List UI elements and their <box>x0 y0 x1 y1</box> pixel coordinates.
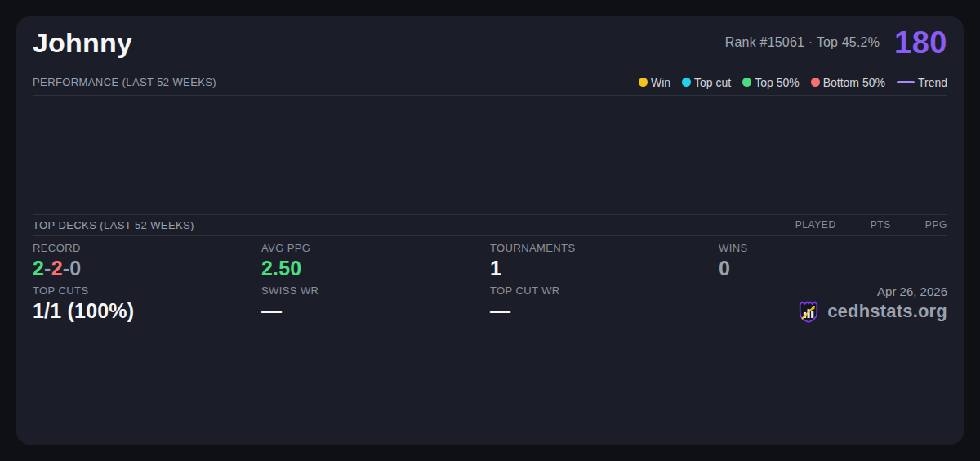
stat-record-value: 2-2-0 <box>33 257 261 280</box>
stat-tournaments-value: 1 <box>490 257 719 280</box>
record-losses: 2 <box>51 257 63 280</box>
stat-top-cuts-value: 1/1 (100%) <box>33 299 261 323</box>
stats-grid: RECORD 2-2-0 AVG PPG 2.50 TOURNAMENTS 1 … <box>33 236 947 445</box>
legend-item-trend: Trend <box>897 76 947 89</box>
top-decks-header: TOP DECKS (LAST 52 WEEKS) PLAYED PTS PPG <box>33 214 947 236</box>
performance-chart-area <box>33 96 947 214</box>
player-name: Johnny <box>33 27 132 59</box>
legend-label: Top 50% <box>755 76 799 89</box>
column-pts: PTS <box>871 219 891 230</box>
column-ppg: PPG <box>925 219 947 230</box>
stat-swiss-wr: SWISS WR — <box>261 279 490 327</box>
performance-title: PERFORMANCE (LAST 52 WEEKS) <box>33 76 216 88</box>
header-right: Rank #15061 · Top 45.2% 180 <box>725 25 947 60</box>
stat-avg-ppg-value: 2.50 <box>261 257 490 280</box>
card-header: Johnny Rank #15061 · Top 45.2% 180 <box>33 16 947 69</box>
bottom-50-dot-icon <box>811 78 820 87</box>
stat-record-label: RECORD <box>33 242 261 254</box>
rank-summary: Rank #15061 · Top 45.2% <box>725 35 880 50</box>
legend-item-top-cut: Top cut <box>682 76 731 89</box>
trend-line-icon <box>897 81 915 83</box>
performance-section-header: PERFORMANCE (LAST 52 WEEKS) Win Top cut … <box>33 69 947 96</box>
site-name: cedhstats.org <box>827 301 947 322</box>
top-decks-title: TOP DECKS (LAST 52 WEEKS) <box>33 219 194 231</box>
column-played: PLAYED <box>795 219 836 230</box>
top-decks-columns: PLAYED PTS PPG <box>795 219 947 230</box>
stat-swiss-wr-value: — <box>261 299 490 323</box>
stat-tournaments-label: TOURNAMENTS <box>490 242 719 254</box>
footer-date: Apr 26, 2026 <box>877 284 947 298</box>
player-stats-card: Johnny Rank #15061 · Top 45.2% 180 PERFO… <box>16 16 964 445</box>
stat-record: RECORD 2-2-0 <box>33 236 261 279</box>
chart-legend: Win Top cut Top 50% Bottom 50% Trend <box>639 76 947 89</box>
legend-label: Bottom 50% <box>823 76 885 89</box>
legend-item-bottom-50: Bottom 50% <box>811 76 885 89</box>
record-sep: - <box>44 257 51 280</box>
top-50-dot-icon <box>742 78 751 87</box>
record-draws: 0 <box>69 257 81 280</box>
stat-wins-label: WINS <box>719 242 947 254</box>
player-rating: 180 <box>894 25 947 60</box>
legend-item-top-50: Top 50% <box>742 76 799 89</box>
stat-top-cut-wr-label: TOP CUT WR <box>490 284 719 297</box>
stat-top-cuts: TOP CUTS 1/1 (100%) <box>33 279 261 327</box>
stat-wins-value: 0 <box>719 257 947 280</box>
stat-swiss-wr-label: SWISS WR <box>261 284 490 297</box>
legend-label: Win <box>651 76 670 89</box>
legend-label: Trend <box>918 76 947 89</box>
stat-top-cut-wr-value: — <box>490 299 719 323</box>
stat-avg-ppg: AVG PPG 2.50 <box>261 236 490 279</box>
stat-avg-ppg-label: AVG PPG <box>261 242 490 254</box>
legend-item-win: Win <box>639 76 670 89</box>
stat-wins: WINS 0 <box>719 236 947 279</box>
record-sep: - <box>63 257 70 280</box>
card-footer: Apr 26, 2026 cedhstats.org <box>719 279 947 327</box>
record-wins: 2 <box>33 257 44 280</box>
site-brand: cedhstats.org <box>796 299 947 324</box>
win-dot-icon <box>639 78 648 87</box>
stat-tournaments: TOURNAMENTS 1 <box>490 236 719 279</box>
stat-top-cut-wr: TOP CUT WR — <box>490 279 719 327</box>
cedhstats-logo-icon <box>796 299 821 324</box>
legend-label: Top cut <box>694 76 731 89</box>
top-cut-dot-icon <box>682 78 691 87</box>
stat-top-cuts-label: TOP CUTS <box>33 284 261 297</box>
